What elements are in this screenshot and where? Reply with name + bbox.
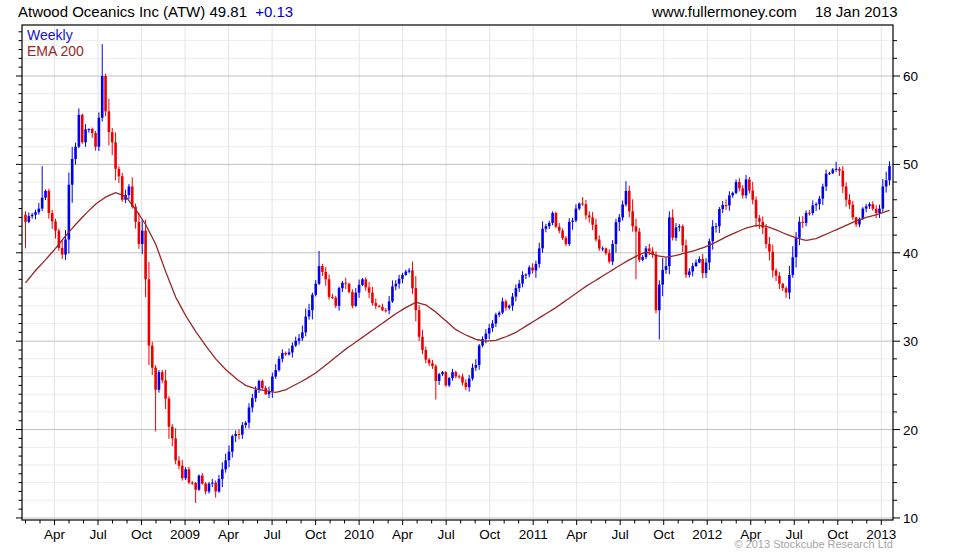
candle-body bbox=[805, 213, 808, 223]
candle-body bbox=[214, 483, 217, 492]
candle-body bbox=[398, 279, 401, 284]
y-axis-label: 10 bbox=[903, 511, 918, 526]
candle-body bbox=[121, 176, 124, 199]
candle-body bbox=[351, 292, 354, 306]
candle-body bbox=[715, 226, 718, 227]
candle-body bbox=[801, 222, 804, 223]
candle-body bbox=[334, 298, 337, 306]
candle-body bbox=[711, 226, 714, 241]
candle-body bbox=[388, 301, 391, 310]
candle-body bbox=[748, 179, 751, 190]
candle-body bbox=[531, 267, 534, 270]
candle-body bbox=[188, 469, 191, 482]
candle-body bbox=[691, 266, 694, 271]
candle-body bbox=[314, 284, 317, 295]
candle-body bbox=[91, 129, 94, 133]
candle-body bbox=[885, 180, 888, 186]
candle-body bbox=[845, 186, 848, 199]
candle-body bbox=[231, 436, 234, 452]
candle-body bbox=[184, 469, 187, 478]
candle-body bbox=[435, 366, 438, 381]
candle-body bbox=[371, 293, 374, 303]
candle-body bbox=[545, 226, 548, 229]
candle-body bbox=[655, 255, 658, 311]
candle-body bbox=[374, 303, 377, 306]
y-axis-label: 50 bbox=[903, 157, 918, 172]
candle-body bbox=[555, 213, 558, 227]
candle-body bbox=[808, 213, 811, 214]
candle-body bbox=[485, 334, 488, 339]
candle-body bbox=[338, 288, 341, 306]
chart-window: Atwood Oceanics Inc (ATW) 49.81 +0.13 ww… bbox=[0, 0, 980, 560]
candle-body bbox=[171, 427, 174, 439]
candle-body bbox=[771, 252, 774, 271]
candle-body bbox=[404, 272, 407, 275]
candle-body bbox=[291, 346, 294, 353]
candle-body bbox=[701, 259, 704, 273]
candle-body bbox=[51, 213, 54, 221]
candle-body bbox=[888, 166, 891, 180]
candle-body bbox=[515, 288, 518, 296]
candle-body bbox=[94, 133, 97, 147]
candle-body bbox=[148, 279, 151, 345]
candle-body bbox=[465, 383, 468, 388]
candle-body bbox=[608, 253, 611, 261]
plot-border bbox=[22, 25, 893, 520]
candle-body bbox=[791, 257, 794, 275]
candle-body bbox=[261, 381, 264, 388]
candle-body bbox=[785, 288, 788, 292]
candle-body bbox=[811, 205, 814, 213]
candle-body bbox=[138, 222, 141, 244]
candle-body bbox=[308, 310, 311, 316]
candle-body bbox=[111, 132, 114, 142]
candle-body bbox=[88, 129, 91, 130]
candle-body bbox=[98, 118, 101, 147]
candle-body bbox=[491, 324, 494, 328]
candle-body bbox=[378, 306, 381, 307]
candle-body bbox=[698, 259, 701, 262]
candle-body bbox=[381, 307, 384, 310]
candle-body bbox=[865, 206, 868, 208]
candle-body bbox=[78, 115, 81, 147]
candle-body bbox=[611, 244, 614, 262]
candle-body bbox=[181, 466, 184, 478]
ema-line bbox=[26, 193, 890, 393]
candle-body bbox=[71, 159, 74, 185]
candle-body bbox=[872, 204, 875, 209]
candle-body bbox=[618, 217, 621, 222]
candle-body bbox=[671, 217, 674, 237]
candle-body bbox=[54, 221, 57, 230]
candle-body bbox=[294, 341, 297, 346]
candle-body bbox=[401, 275, 404, 279]
candle-body bbox=[218, 479, 221, 492]
candle-body bbox=[795, 238, 798, 257]
candle-body bbox=[278, 359, 281, 370]
candle-body bbox=[344, 283, 347, 284]
candle-body bbox=[258, 381, 261, 390]
candle-body bbox=[588, 215, 591, 217]
candle-body bbox=[174, 438, 177, 460]
candle-body bbox=[234, 434, 237, 436]
candle-body bbox=[228, 452, 231, 461]
candle-body bbox=[878, 209, 881, 213]
candle-body bbox=[571, 221, 574, 222]
candle-body bbox=[831, 169, 834, 173]
candle-body bbox=[298, 338, 301, 340]
candle-body bbox=[415, 288, 418, 310]
candle-body bbox=[821, 186, 824, 198]
candle-body bbox=[528, 267, 531, 274]
candle-body bbox=[425, 350, 428, 360]
candle-body bbox=[675, 227, 678, 237]
candle-body bbox=[254, 390, 257, 398]
candle-body bbox=[862, 209, 865, 219]
candle-body bbox=[728, 195, 731, 205]
candle-body bbox=[578, 204, 581, 209]
candle-body bbox=[501, 301, 504, 312]
candle-body bbox=[668, 217, 671, 266]
candle-body bbox=[585, 204, 588, 215]
candle-body bbox=[301, 332, 304, 338]
candle-body bbox=[575, 209, 578, 221]
candle-body bbox=[61, 248, 64, 255]
y-axis-label: 30 bbox=[903, 334, 918, 349]
candle-body bbox=[755, 200, 758, 218]
